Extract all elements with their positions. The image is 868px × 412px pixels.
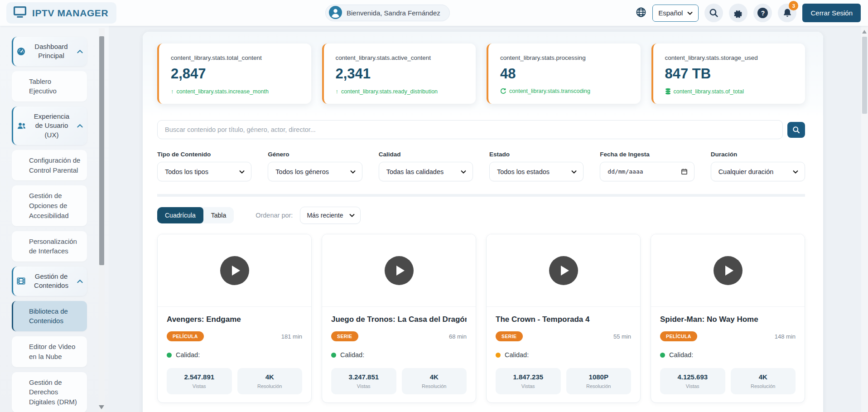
filter-value: Todos los estados bbox=[497, 168, 550, 175]
resolution-label: Resolución bbox=[240, 383, 300, 389]
scroll-down-arrow-icon[interactable] bbox=[99, 405, 104, 409]
filter-select-estado[interactable]: Todos los estados bbox=[489, 162, 583, 181]
stat-value: 847 TB bbox=[665, 66, 794, 82]
filter-select-calidad[interactable]: Todas las calidades bbox=[379, 162, 473, 181]
content-type-badge: SERIE bbox=[496, 331, 523, 341]
filter-tipo-contenido: Tipo de Contenido Todos los tipos bbox=[157, 151, 251, 181]
content-card-avengers[interactable]: Avengers: Endgame PELÍCULA 181 min Calid… bbox=[157, 234, 312, 403]
content-type-badge: PELÍCULA bbox=[660, 331, 697, 341]
filter-select-tipo[interactable]: Todos los tipos bbox=[157, 162, 251, 181]
sidebar-nav: Dashboard Principal Tablero Ejecutivo Ex… bbox=[12, 37, 87, 412]
chevron-up-icon bbox=[77, 49, 83, 53]
views-label: Vistas bbox=[169, 383, 229, 389]
help-button[interactable]: ? bbox=[753, 4, 772, 22]
sidebar-scrollbar[interactable] bbox=[99, 28, 105, 412]
views-value: 1.847.235 bbox=[498, 373, 558, 381]
views-stat: 2.547.891 Vistas bbox=[167, 368, 232, 394]
search-button[interactable] bbox=[704, 4, 723, 22]
sidebar-item-biblioteca-contenidos[interactable]: Biblioteca de Contenidos bbox=[12, 301, 87, 332]
settings-button[interactable] bbox=[729, 4, 747, 22]
stat-title: content_library.stats.total_content bbox=[171, 54, 299, 61]
sidebar-item-label: Gestión de Opciones de Accesibilidad bbox=[29, 192, 69, 219]
sidebar-item-gestion-contenidos[interactable]: Gestión de Contenidos bbox=[12, 267, 87, 296]
stat-footer: content_library.stats.of_total bbox=[665, 88, 794, 95]
sidebar-item-label: Experiencia de Usuario (UX) bbox=[29, 112, 74, 140]
play-icon bbox=[232, 266, 240, 276]
resolution-value: 4K bbox=[733, 373, 793, 381]
filter-value: Todos los géneros bbox=[275, 168, 329, 175]
stat-footer: ↑ content_library.stats.increase_month bbox=[171, 88, 299, 95]
content-card-spiderman[interactable]: Spider-Man: No Way Home PELÍCULA 148 min… bbox=[651, 234, 805, 403]
notifications-button[interactable]: 3 bbox=[778, 4, 796, 22]
sidebar-item-drm[interactable]: Gestión de Derechos Digitales (DRM) bbox=[12, 372, 87, 412]
stat-footer-text: content_library.stats.increase_month bbox=[177, 88, 269, 95]
grid-view-button[interactable]: Cuadrícula bbox=[157, 207, 203, 223]
views-label: Vistas bbox=[663, 383, 723, 389]
dashboard-icon bbox=[17, 47, 25, 56]
resolution-stat: 4K Resolución bbox=[237, 368, 303, 394]
date-value: dd/mm/aaaa bbox=[608, 168, 643, 175]
sidebar-item-experiencia-usuario[interactable]: Experiencia de Usuario (UX) bbox=[12, 107, 87, 145]
chevron-down-icon bbox=[687, 11, 693, 15]
sidebar-item-accesibilidad[interactable]: Gestión de Opciones de Accesibilidad bbox=[12, 185, 87, 226]
stat-footer-text: content_library.stats.transcoding bbox=[509, 88, 590, 94]
chevron-down-icon bbox=[239, 170, 245, 174]
welcome-text: Bienvenida, Sandra Fernández bbox=[347, 9, 440, 17]
sidebar-item-dashboard-principal[interactable]: Dashboard Principal bbox=[12, 37, 87, 66]
filter-label: Estado bbox=[489, 151, 583, 158]
stat-card-processing: content_library.stats.processing 48 cont… bbox=[487, 44, 641, 104]
quality-status-dot bbox=[496, 353, 501, 358]
scroll-up-arrow-icon[interactable] bbox=[862, 30, 867, 34]
content-search-button[interactable] bbox=[787, 122, 805, 138]
play-button[interactable] bbox=[385, 256, 414, 285]
filter-select-genero[interactable]: Todos los géneros bbox=[268, 162, 362, 181]
quality-label: Calidad: bbox=[340, 351, 364, 359]
page-scrollbar[interactable] bbox=[861, 26, 868, 412]
resolution-label: Resolución bbox=[733, 383, 793, 389]
stat-footer: content_library.stats.transcoding bbox=[500, 88, 629, 94]
notification-badge: 3 bbox=[789, 1, 798, 10]
sidebar-item-editor-video[interactable]: Editor de Video en la Nube bbox=[12, 336, 87, 367]
sort-value: Más reciente bbox=[307, 212, 343, 219]
sidebar-item-control-parental[interactable]: Configuración de Control Parental bbox=[12, 150, 87, 181]
filter-date-input[interactable]: dd/mm/aaaa bbox=[600, 162, 694, 181]
stat-value: 48 bbox=[500, 66, 629, 82]
chevron-up-icon bbox=[77, 279, 83, 283]
content-card-the-crown[interactable]: The Crown - Temporada 4 SERIE 55 min Cal… bbox=[486, 234, 641, 403]
content-card-juego-de-tronos[interactable]: Juego de Tronos: La Casa del Dragón SERI… bbox=[322, 234, 476, 403]
views-label: Vistas bbox=[334, 383, 394, 389]
page-scrollbar-thumb[interactable] bbox=[862, 37, 867, 114]
views-value: 4.125.693 bbox=[663, 373, 723, 381]
sidebar-scrollbar-thumb[interactable] bbox=[99, 36, 104, 265]
language-select[interactable]: Español bbox=[652, 5, 699, 22]
play-button[interactable] bbox=[549, 256, 578, 285]
filter-duracion: Duración Cualquier duración bbox=[711, 151, 805, 181]
sidebar-item-label: Dashboard Principal bbox=[29, 42, 74, 61]
filter-label: Tipo de Contenido bbox=[157, 151, 251, 158]
resolution-value: 4K bbox=[405, 373, 464, 381]
arrow-up-icon: ↑ bbox=[171, 88, 174, 95]
content-search-input[interactable] bbox=[157, 120, 783, 139]
content-toolbar: Cuadrícula Tabla Ordenar por: Más recien… bbox=[143, 197, 823, 226]
filter-label: Fecha de Ingesta bbox=[600, 151, 694, 158]
app-title: IPTV MANAGER bbox=[32, 8, 108, 19]
filter-select-duracion[interactable]: Cualquier duración bbox=[711, 162, 805, 181]
chevron-down-icon bbox=[349, 213, 355, 217]
sort-select[interactable]: Más reciente bbox=[300, 207, 361, 224]
main-content: content_library.stats.total_content 2,84… bbox=[143, 32, 823, 412]
resolution-stat: 1080P Resolución bbox=[566, 368, 632, 394]
views-stat: 4.125.693 Vistas bbox=[660, 368, 725, 394]
arrow-up-icon: ↑ bbox=[336, 88, 339, 95]
content-thumbnail bbox=[487, 234, 640, 307]
play-button[interactable] bbox=[220, 256, 249, 285]
table-view-button[interactable]: Tabla bbox=[203, 207, 234, 223]
sidebar-item-personalizacion[interactable]: Personalización de Interfaces bbox=[12, 231, 87, 262]
chevron-down-icon bbox=[571, 170, 577, 174]
views-stat: 1.847.235 Vistas bbox=[496, 368, 561, 394]
filter-calidad: Calidad Todas las calidades bbox=[379, 151, 473, 181]
play-button[interactable] bbox=[714, 256, 743, 285]
resolution-value: 1080P bbox=[569, 373, 629, 381]
logout-button[interactable]: Cerrar Sesión bbox=[802, 4, 861, 22]
content-title: The Crown - Temporada 4 bbox=[496, 315, 631, 324]
sidebar-item-tablero-ejecutivo[interactable]: Tablero Ejecutivo bbox=[12, 71, 87, 102]
